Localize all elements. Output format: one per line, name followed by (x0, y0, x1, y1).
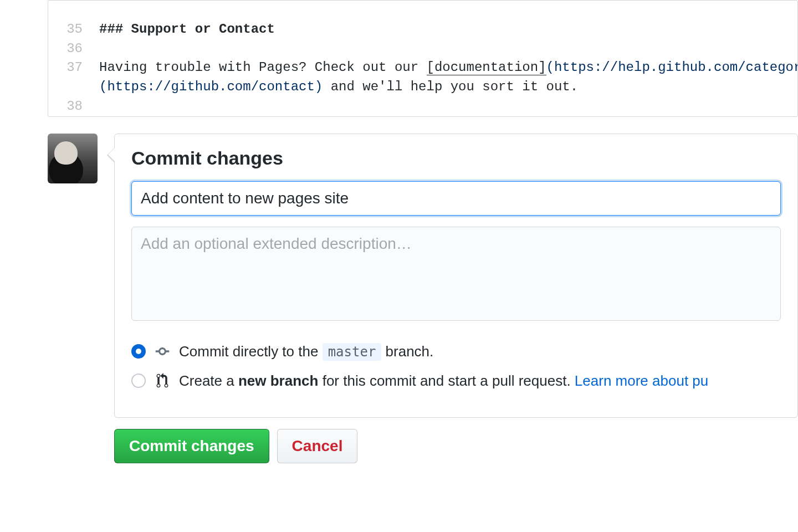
git-commit-icon (155, 344, 170, 359)
line-number: 36 (48, 39, 91, 59)
text-segment: and we'll help you sort it out. (323, 79, 578, 94)
radio-indicator-checked (131, 344, 146, 359)
text-segment: Create a (179, 372, 238, 389)
line-number: 35 (48, 20, 91, 39)
commit-form-title: Commit changes (131, 147, 781, 169)
git-pull-request-icon (155, 373, 170, 388)
code-line-37-wrap: (https://github.com/contact) and we'll h… (48, 78, 797, 97)
code-line-36: 36 (48, 39, 797, 59)
cancel-button[interactable]: Cancel (277, 429, 358, 463)
avatar[interactable] (48, 134, 98, 183)
line-number: 37 (48, 58, 91, 78)
commit-direct-radio[interactable]: Commit directly to the master branch. (131, 343, 781, 360)
radio-indicator (131, 374, 146, 388)
code-line-37: 37 Having trouble with Pages? Check out … (48, 58, 797, 78)
commit-summary-input[interactable] (131, 181, 781, 216)
code-line-38: 38 (48, 97, 797, 116)
code-line-34-partial (48, 1, 797, 20)
text-segment: branch. (386, 343, 434, 360)
commit-form: Commit changes Commit directly to the ma… (114, 134, 798, 418)
text-strong: new branch (238, 372, 318, 389)
text-segment: for this commit and start a pull request… (318, 372, 574, 389)
markdown-text: Having trouble with Pages? Check out our… (91, 58, 798, 78)
commit-new-branch-radio[interactable]: Create a new branch for this commit and … (131, 372, 781, 390)
radio-label: Create a new branch for this commit and … (179, 372, 708, 390)
text-segment: Commit directly to the (179, 343, 323, 360)
markdown-heading: ### Support or Contact (91, 20, 275, 39)
commit-description-input[interactable] (131, 227, 781, 321)
learn-more-link[interactable]: Learn more about pu (575, 372, 708, 389)
branch-badge: master (323, 343, 382, 361)
markdown-text: (https://github.com/contact) and we'll h… (91, 78, 578, 97)
radio-label: Commit directly to the master branch. (179, 343, 433, 360)
code-line-35: 35 ### Support or Contact (48, 20, 797, 39)
commit-button[interactable]: Commit changes (114, 429, 269, 463)
line-number: 38 (48, 97, 91, 116)
markdown-link-url: (https://help.github.com/categories/gi (546, 60, 798, 75)
markdown-link-label: [documentation] (427, 60, 546, 75)
markdown-link-url: (https://github.com/contact) (99, 79, 323, 94)
code-editor[interactable]: 35 ### Support or Contact 36 37 Having t… (48, 0, 798, 117)
text-segment: Having trouble with Pages? Check out our (99, 60, 427, 75)
